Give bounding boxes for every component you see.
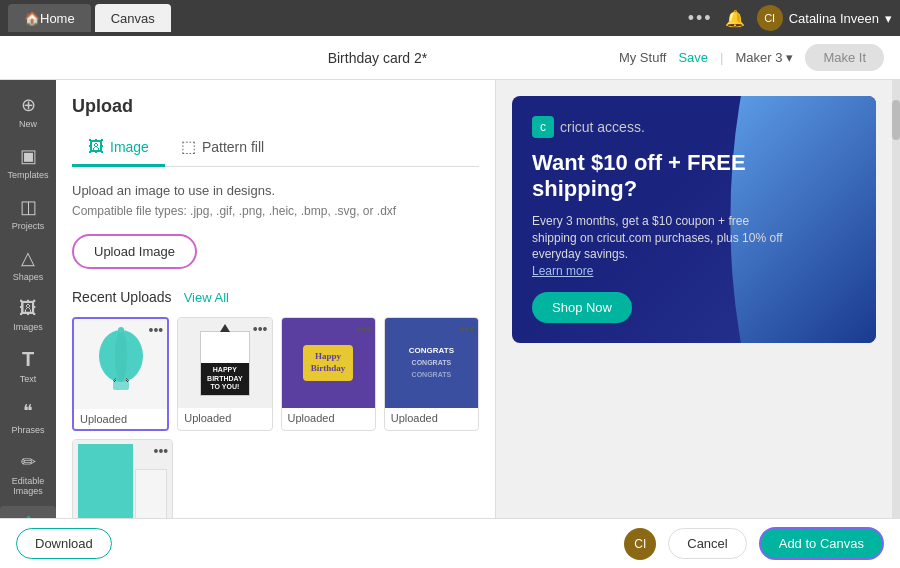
upload-description: Upload an image to use in designs. (72, 183, 479, 198)
uploads-row-1: ••• Uploaded HAPPYBIRTHDAYTO YOU! ••• Up… (72, 317, 479, 431)
new-icon: ⊕ (21, 94, 36, 116)
machine-selector[interactable]: Maker 3 ▾ (735, 50, 793, 65)
sidebar-item-templates[interactable]: ▣ Templates (0, 139, 56, 186)
sidebar-item-images[interactable]: 🖼 Images (0, 292, 56, 338)
user-name: Catalina Inveen (789, 11, 879, 26)
upload-title: Upload (72, 96, 479, 117)
add-to-canvas-button[interactable]: Add to Canvas (759, 527, 884, 560)
view-all-link[interactable]: View All (184, 290, 229, 305)
make-it-button[interactable]: Make It (805, 44, 884, 71)
upload-item-3[interactable]: HappyBirthday ••• Uploaded (281, 317, 376, 431)
more-options[interactable]: ••• (688, 8, 713, 29)
save-button[interactable]: Save (678, 50, 708, 65)
sidebar-item-phrases[interactable]: ❝ Phrases (0, 394, 56, 441)
user-menu[interactable]: CI Catalina Inveen ▾ (757, 5, 892, 31)
recent-uploads-header: Recent Uploads View All (72, 289, 479, 305)
scrollbar-thumb[interactable] (892, 100, 900, 140)
bottom-bar: Download CI Cancel Add to Canvas (0, 518, 900, 568)
sidebar-item-new[interactable]: ⊕ New (0, 88, 56, 135)
shop-now-button[interactable]: Shop Now (532, 292, 632, 323)
content-panel: Upload 🖼 Image ⬚ Pattern fill Upload an … (56, 80, 496, 518)
upload-item-5[interactable]: ••• Uploaded (72, 439, 173, 518)
ad-headline: Want $10 off + FREE shipping? (532, 150, 856, 203)
main-layout: ⊕ New ▣ Templates ◫ Projects △ Shapes 🖼 … (0, 80, 900, 518)
phrases-icon: ❝ (23, 400, 33, 422)
right-panel: c cricut access. Want $10 off + FREE shi… (496, 80, 892, 518)
user-avatar-small: CI (624, 528, 656, 560)
bottom-right-actions: CI Cancel Add to Canvas (624, 527, 884, 560)
divider: | (720, 50, 723, 65)
more-options-icon-3[interactable]: ••• (356, 322, 371, 336)
sidebar-item-editable-images[interactable]: ✏ Editable Images (0, 445, 56, 502)
upload-item-2[interactable]: HAPPYBIRTHDAYTO YOU! ••• Uploaded (177, 317, 272, 431)
upload-tabs: 🖼 Image ⬚ Pattern fill (72, 129, 479, 167)
cancel-button[interactable]: Cancel (668, 528, 746, 559)
canvas-tab[interactable]: Canvas (95, 4, 171, 32)
cricut-logo-icon: c (532, 116, 554, 138)
upload-formats: Compatible file types: .jpg, .gif, .png,… (72, 204, 479, 218)
images-icon: 🖼 (19, 298, 37, 319)
sidebar-item-upload[interactable]: ⬆ Upload (0, 506, 56, 518)
sidebar-item-projects[interactable]: ◫ Projects (0, 190, 56, 237)
chevron-down-icon: ▾ (786, 50, 793, 65)
top-nav: 🏠 Home Canvas ••• 🔔 CI Catalina Inveen ▾ (0, 0, 900, 36)
more-options-icon-2[interactable]: ••• (253, 322, 268, 336)
document-title: Birthday card 2* (328, 50, 428, 66)
more-options-icon-4[interactable]: ••• (459, 322, 474, 336)
image-tab-icon: 🖼 (88, 138, 104, 156)
sidebar-item-text[interactable]: T Text (0, 342, 56, 390)
projects-icon: ◫ (20, 196, 37, 218)
scrollbar[interactable] (892, 80, 900, 518)
sidebar-item-shapes[interactable]: △ Shapes (0, 241, 56, 288)
more-options-icon[interactable]: ••• (149, 323, 164, 337)
ad-body: Every 3 months, get a $10 coupon + free … (532, 213, 792, 280)
recent-uploads-title: Recent Uploads (72, 289, 172, 305)
chevron-down-icon: ▾ (885, 11, 892, 26)
uploads-row-extra: ••• Uploaded (72, 439, 479, 518)
upload-label-4: Uploaded (385, 408, 478, 428)
download-button[interactable]: Download (16, 528, 112, 559)
tab-image[interactable]: 🖼 Image (72, 129, 165, 167)
shapes-icon: △ (21, 247, 35, 269)
more-options-icon-5[interactable]: ••• (154, 444, 169, 458)
home-tab[interactable]: 🏠 Home (8, 4, 91, 32)
upload-item-1[interactable]: ••• Uploaded (72, 317, 169, 431)
pattern-tab-icon: ⬚ (181, 137, 196, 156)
home-icon: 🏠 (24, 11, 40, 26)
my-stuff-link[interactable]: My Stuff (619, 50, 666, 65)
tab-pattern-fill[interactable]: ⬚ Pattern fill (165, 129, 280, 167)
svg-point-5 (118, 327, 124, 333)
templates-icon: ▣ (20, 145, 37, 167)
avatar: CI (757, 5, 783, 31)
cricut-logo: c cricut access. (532, 116, 856, 138)
notification-bell[interactable]: 🔔 (725, 9, 745, 28)
learn-more-link[interactable]: Learn more (532, 264, 593, 278)
svg-point-4 (115, 330, 127, 382)
upload-image-button[interactable]: Upload Image (72, 234, 197, 269)
cricut-ad: c cricut access. Want $10 off + FREE shi… (512, 96, 876, 343)
upload-label-2: Uploaded (178, 408, 271, 428)
upload-label-3: Uploaded (282, 408, 375, 428)
text-icon: T (22, 348, 34, 371)
editable-images-icon: ✏ (21, 451, 36, 473)
balloon-svg (86, 324, 156, 404)
upload-label-1: Uploaded (74, 409, 167, 429)
sidebar: ⊕ New ▣ Templates ◫ Projects △ Shapes 🖼 … (0, 80, 56, 518)
upload-item-4[interactable]: CONGRATS CONGRATS CONGRATS ••• Uploaded (384, 317, 479, 431)
cricut-access-text: cricut access. (560, 119, 645, 135)
title-bar: Birthday card 2* My Stuff Save | Maker 3… (0, 36, 900, 80)
